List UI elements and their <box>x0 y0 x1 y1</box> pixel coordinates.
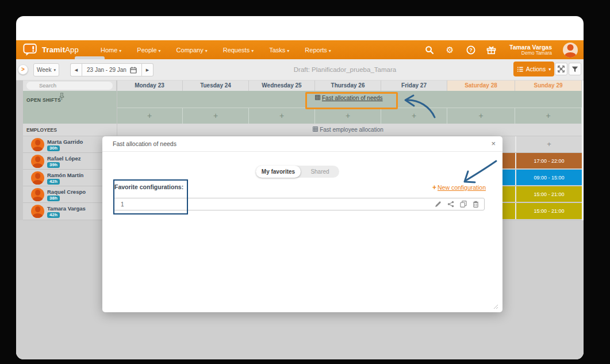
help-icon[interactable]: ? <box>466 45 475 55</box>
navbar-right: ⚙ ? Tamara Vargas Demo Tamara <box>424 40 578 59</box>
search-icon[interactable] <box>424 45 434 55</box>
nav-item-people[interactable]: People▾ <box>137 47 160 53</box>
collapsed-sidebar-rail <box>16 81 23 220</box>
share-icon[interactable] <box>447 201 454 208</box>
add-open-shift-thursday[interactable]: + <box>315 108 381 124</box>
gear-icon[interactable]: ⚙ <box>445 45 455 55</box>
day-header-saturday: Saturday 28 <box>447 81 515 91</box>
main-menu: Home▾ People▾ Company▾ Requests▾ Tasks▾ … <box>101 47 331 53</box>
hours-badge: 38h <box>47 196 60 201</box>
calendar-icon <box>130 67 137 74</box>
fullscreen-button[interactable] <box>555 63 567 75</box>
page-title: Draft: Planificador_prueba_Tamara <box>247 66 443 73</box>
chevron-down-icon: ▾ <box>53 68 56 72</box>
tab-my-favorites[interactable]: My favorites <box>256 166 301 178</box>
employee-name: Raquel Crespo <box>47 189 86 195</box>
chevron-down-icon: ▾ <box>119 48 121 53</box>
employee-name: Tamara Vargas <box>47 205 86 212</box>
edit-icon[interactable] <box>435 201 442 208</box>
day-header-friday: Friday 27 <box>381 81 447 91</box>
chevron-down-icon: ▾ <box>287 48 289 53</box>
user-menu[interactable]: Tamara Vargas Demo Tamara <box>509 44 552 56</box>
duplicate-icon[interactable] <box>460 201 467 208</box>
add-open-shift-sunday[interactable]: + <box>515 108 582 124</box>
screenshot-stage: TramitApp Home▾ People▾ Company▾ Request… <box>0 0 610 364</box>
chevron-down-icon: ▾ <box>548 67 551 72</box>
open-shifts-label: OPEN SHIFTS <box>26 97 61 103</box>
list-icon <box>517 66 523 72</box>
view-selector-button[interactable]: Week▾ <box>33 63 59 76</box>
app-logo[interactable]: TramitApp <box>23 43 79 56</box>
day-header-tuesday: Tuesday 24 <box>183 81 249 91</box>
new-configuration-link[interactable]: +New configuration <box>390 183 486 191</box>
hours-badge: 42h <box>47 212 60 218</box>
brand-name: TramitApp <box>42 45 79 54</box>
user-name: Tamara Vargas <box>509 44 552 51</box>
delete-icon[interactable] <box>473 201 479 208</box>
avatar <box>31 205 44 218</box>
fast-allocation-modal: Fast allocation of needs × My favorites … <box>102 136 502 312</box>
pin-icon[interactable] <box>59 93 65 101</box>
plus-icon: + <box>432 183 436 191</box>
nav-item-home[interactable]: Home▾ <box>101 47 121 53</box>
tab-shared[interactable]: Shared <box>301 166 339 178</box>
resize-grip-icon[interactable] <box>493 304 498 309</box>
day-header-thursday: Thursday 26 <box>315 81 381 91</box>
annotation-highlight-box <box>305 92 398 109</box>
chevron-down-icon: ▾ <box>159 48 161 53</box>
sidebar-expand-button[interactable]: > <box>18 64 28 75</box>
next-week-button[interactable]: ▶ <box>142 63 154 76</box>
add-open-shift-monday[interactable]: + <box>117 108 183 124</box>
date-range-button[interactable]: 23 Jan - 29 Jan <box>82 63 142 76</box>
date-navigation: ◀ 23 Jan - 29 Jan ▶ <box>70 63 154 76</box>
avatar <box>31 155 44 168</box>
avatar <box>31 171 44 185</box>
employee-name: Marta Garrido <box>47 139 83 145</box>
add-open-shift-friday[interactable]: + <box>381 108 447 124</box>
nav-item-tasks[interactable]: Tasks▾ <box>269 47 289 53</box>
gift-icon[interactable] <box>486 45 496 55</box>
nav-item-company[interactable]: Company▾ <box>177 47 208 53</box>
modal-header: Fast allocation of needs × <box>102 136 502 152</box>
brand-icon <box>23 43 39 56</box>
user-subtitle: Demo Tamara <box>509 51 552 56</box>
add-open-shift-tuesday[interactable]: + <box>183 108 249 124</box>
avatar[interactable] <box>563 43 578 58</box>
search-cell: Search <box>23 81 117 91</box>
employee-name: Ramón Martín <box>47 172 83 178</box>
planner-toolbar: > Week▾ ◀ 23 Jan - 29 Jan ▶ Draft: Plani… <box>16 59 584 81</box>
hours-badge: 42h <box>47 179 60 185</box>
hours-badge: 30h <box>47 145 60 151</box>
filter-icon <box>571 66 578 72</box>
calendar-header: Search Monday 23 Tuesday 24 Wednesday 25… <box>23 81 582 91</box>
nav-item-reports[interactable]: Reports▾ <box>305 47 331 53</box>
nav-item-requests[interactable]: Requests▾ <box>223 47 254 53</box>
modal-title: Fast allocation of needs <box>113 140 177 147</box>
employees-section-header: EMPLOYEES Fast employee allocation <box>23 124 582 136</box>
filter-button[interactable] <box>569 63 581 75</box>
fast-employee-allocation-link[interactable]: Fast employee allocation <box>298 127 398 133</box>
svg-text:?: ? <box>469 47 473 53</box>
add-open-shift-wednesday[interactable]: + <box>249 108 315 124</box>
day-header-sunday: Sunday 29 <box>515 81 582 91</box>
day-header-wednesday: Wednesday 25 <box>249 81 315 91</box>
expand-icon <box>558 66 565 72</box>
employee-name: Rafael López <box>47 155 81 162</box>
favorites-tabs: My favorites Shared <box>256 166 339 178</box>
chevron-down-icon: ▾ <box>251 48 254 53</box>
table-icon <box>313 127 318 132</box>
search-input[interactable]: Search <box>26 82 113 90</box>
open-shifts-section: OPEN SHIFTS Fast allocation of needs + +… <box>23 91 582 124</box>
chevron-down-icon: ▾ <box>205 48 208 53</box>
chevron-down-icon: ▾ <box>329 48 331 53</box>
employees-label: EMPLOYEES <box>26 127 57 133</box>
annotation-blue-box <box>113 179 188 214</box>
actions-button[interactable]: Actions ▾ <box>513 62 554 76</box>
day-header-monday: Monday 23 <box>117 81 183 91</box>
open-shift-add-row: + + + + + + + <box>117 108 582 124</box>
hours-badge: 39h <box>47 162 60 168</box>
close-icon[interactable]: × <box>491 139 496 148</box>
avatar <box>31 188 44 201</box>
previous-week-button[interactable]: ◀ <box>70 63 82 76</box>
add-open-shift-saturday[interactable]: + <box>447 108 515 124</box>
